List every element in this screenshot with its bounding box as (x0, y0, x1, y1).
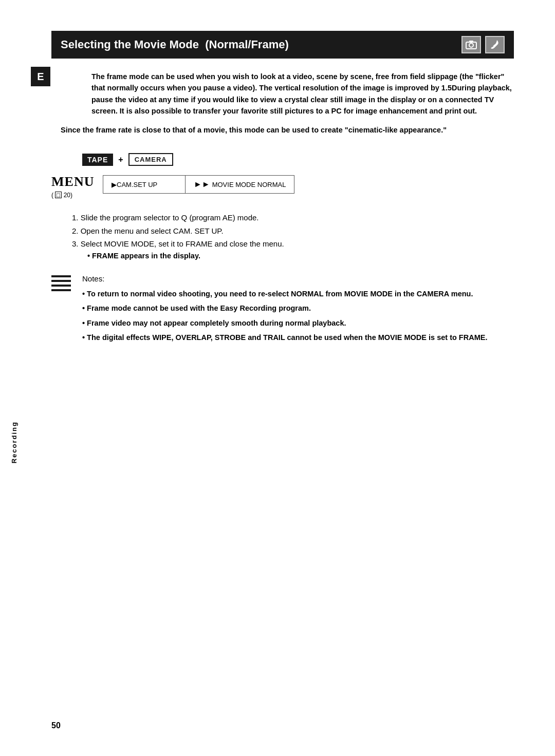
wrench-icon (485, 36, 505, 53)
step-1: 1. Slide the program selector to Q (prog… (72, 211, 514, 224)
title-icons (461, 36, 505, 53)
title-bar: Selecting the Movie Mode (Normal/Frame) (51, 31, 514, 59)
step-bullet: • FRAME appears in the display. (87, 252, 514, 260)
menu-label: MENU (51, 175, 94, 188)
page-number: 50 (51, 721, 61, 730)
menu-double-arrow: ►► (194, 180, 210, 189)
note-item-3: • Frame video may not appear completely … (82, 317, 514, 329)
header-sub-text: Since the frame rate is close to that of… (61, 124, 514, 136)
steps-section: 1. Slide the program selector to Q (prog… (72, 211, 514, 260)
tape-badge: TAPE (82, 154, 113, 166)
notes-label: Notes: (82, 274, 514, 283)
plus-sign: + (118, 155, 123, 164)
svg-point-1 (469, 43, 473, 47)
menu-movie-mode: ►► MOVIE MODE NORMAL (186, 176, 294, 193)
camera-icon (461, 36, 481, 53)
step-3: 3. Select MOVIE MODE, set it to FRAME an… (72, 237, 514, 251)
menu-diagram: ▶CAM.SET UP ►► MOVIE MODE NORMAL (103, 175, 294, 194)
svg-rect-2 (469, 41, 473, 43)
camera-badge: CAMERA (128, 153, 173, 166)
page-title: Selecting the Movie Mode (Normal/Frame) (61, 38, 289, 51)
menu-cam-setup: ▶CAM.SET UP (103, 176, 186, 193)
menu-label-col: MENU ( ☐ 20) (51, 175, 98, 199)
notes-decoration (51, 275, 71, 291)
notes-section: Notes: • To return to normal video shoot… (51, 274, 514, 344)
tape-camera-row: TAPE + CAMERA (82, 153, 514, 166)
page: Recording Selecting the Movie Mode (Norm… (0, 0, 555, 756)
note-item-4: • The digital effects WIPE, OVERLAP, STR… (82, 332, 514, 343)
note-item-2: • Frame mode cannot be used with the Eas… (82, 303, 514, 314)
recording-label: Recording (10, 421, 18, 463)
step-2: 2. Open the menu and select CAM. SET UP. (72, 224, 514, 238)
menu-section: MENU ( ☐ 20) ▶CAM.SET UP ►► MOVIE MODE N… (51, 175, 514, 199)
note-item-1: • To return to normal video shooting, yo… (82, 288, 514, 299)
menu-page-ref: ( ☐ 20) (51, 192, 72, 199)
header-main-text: The frame mode can be used when you wish… (91, 71, 514, 117)
e-badge: E (31, 67, 50, 86)
